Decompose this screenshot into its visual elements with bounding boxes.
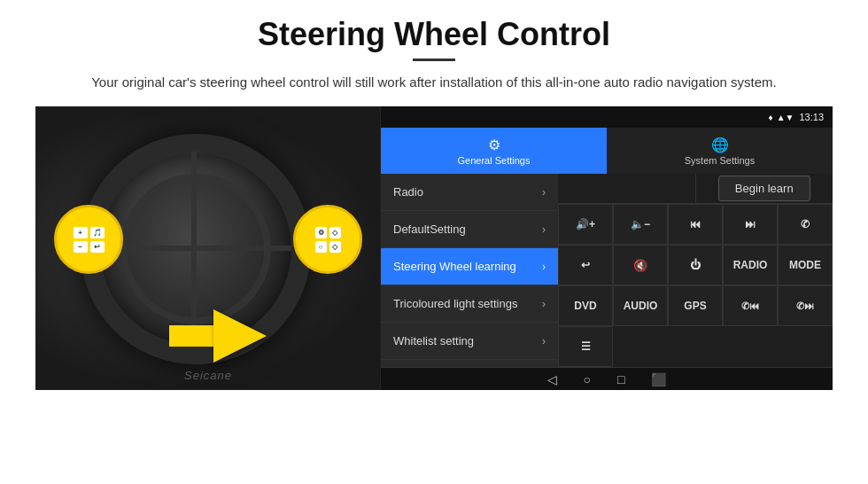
navigation-bar: ◁ ○ □ ⬛ — [381, 367, 833, 390]
head-unit: ♦ ▲▼ 13:13 ⚙ General Settings 🌐 System S… — [381, 106, 833, 390]
top-tabs: ⚙ General Settings 🌐 System Settings — [381, 128, 833, 174]
menu-radio-label: Radio — [393, 185, 423, 199]
tab-general-settings[interactable]: ⚙ General Settings — [381, 128, 607, 174]
vol-down-button[interactable]: 🔈− — [613, 204, 668, 245]
phone-prev-icon: ✆⏮ — [741, 301, 759, 312]
audio-button[interactable]: AUDIO — [613, 285, 668, 326]
phone-icon: ✆ — [801, 218, 810, 230]
mute-icon: 🔇 — [633, 259, 647, 272]
control-buttons-row5: ☰ — [558, 326, 833, 367]
menu-item-tricoloured[interactable]: Tricoloured light settings › — [381, 285, 558, 323]
list-icon: ☰ — [581, 340, 591, 353]
back-nav-button[interactable]: ◁ — [547, 372, 557, 386]
menu-default-label: DefaultSetting — [393, 222, 466, 236]
next-track-icon: ⏭ — [745, 218, 756, 230]
phone-prev-button[interactable]: ✆⏮ — [723, 285, 778, 326]
chevron-right-icon: › — [542, 186, 546, 199]
list-button[interactable]: ☰ — [558, 326, 613, 367]
audio-label: AUDIO — [624, 300, 658, 312]
power-icon: ⏻ — [690, 259, 701, 271]
prev-track-icon: ⏮ — [690, 218, 701, 230]
mute-button[interactable]: 🔇 — [613, 245, 668, 285]
left-menu: Radio › DefaultSetting › Steering Wheel … — [381, 174, 558, 367]
menu-item-whitelist[interactable]: Whitelist setting › — [381, 323, 558, 360]
begin-learn-row: Begin learn — [558, 174, 833, 204]
page-subtitle: Your original car's steering wheel contr… — [71, 72, 797, 92]
next-track-button[interactable]: ⏭ — [723, 204, 778, 245]
radio-label: RADIO — [733, 259, 768, 271]
control-buttons-row3: ↩ 🔇 ⏻ RADIO MODE — [558, 245, 833, 285]
recents-nav-button[interactable]: □ — [617, 372, 624, 386]
right-panel: Begin learn 🔊+ 🔈− ⏮ — [558, 174, 833, 367]
vol-down-icon: 🔈− — [631, 218, 650, 230]
call-end-button[interactable]: ↩ — [558, 245, 613, 285]
control-buttons-row2: 🔊+ 🔈− ⏮ ⏭ ✆ — [558, 204, 833, 245]
signal-icon: ▲▼ — [777, 113, 794, 122]
chevron-right-icon: › — [542, 261, 546, 273]
menu-whitelist-label: Whitelist setting — [393, 334, 474, 347]
begin-learn-right-area: Begin learn — [696, 174, 833, 203]
right-button-cluster: ⚙◇ ○◇ — [293, 205, 362, 274]
home-nav-button[interactable]: ○ — [584, 372, 591, 386]
tab-system-label: System Settings — [685, 155, 755, 166]
status-bar: ♦ ▲▼ 13:13 — [381, 106, 833, 128]
location-icon: ♦ — [769, 113, 773, 122]
gps-button[interactable]: GPS — [668, 285, 723, 326]
menu-tricoloured-label: Tricoloured light settings — [393, 297, 517, 310]
gps-label: GPS — [684, 300, 706, 312]
system-settings-icon: 🌐 — [711, 137, 729, 153]
phone-button[interactable]: ✆ — [778, 204, 833, 245]
menu-steering-label: Steering Wheel learning — [393, 260, 516, 273]
status-time: 13:13 — [799, 112, 824, 122]
general-settings-icon: ⚙ — [488, 137, 500, 153]
screenshot-nav-button[interactable]: ⬛ — [651, 372, 666, 386]
title-divider — [413, 59, 455, 61]
watermark: Seicane — [184, 369, 232, 382]
status-icons: ♦ ▲▼ — [769, 113, 794, 122]
phone-next-button[interactable]: ✆⏭ — [778, 285, 833, 326]
control-buttons-row4: DVD AUDIO GPS ✆⏮ ✆⏭ — [558, 285, 833, 326]
chevron-right-icon: › — [542, 298, 546, 310]
prev-track-button[interactable]: ⏮ — [668, 204, 723, 245]
chevron-right-icon: › — [542, 335, 546, 347]
menu-item-default[interactable]: DefaultSetting › — [381, 211, 558, 248]
chevron-right-icon: › — [542, 223, 546, 236]
page-title: Steering Wheel Control — [35, 16, 833, 53]
dvd-button[interactable]: DVD — [558, 285, 613, 326]
mode-button[interactable]: MODE — [778, 245, 833, 285]
vol-up-button[interactable]: 🔊+ — [558, 204, 613, 245]
tab-system-settings[interactable]: 🌐 System Settings — [607, 128, 833, 174]
call-end-icon: ↩ — [581, 259, 590, 271]
menu-item-steering[interactable]: Steering Wheel learning › — [381, 248, 558, 285]
radio-button[interactable]: RADIO — [723, 245, 778, 285]
content-area: Radio › DefaultSetting › Steering Wheel … — [381, 174, 833, 367]
vol-up-icon: 🔊+ — [576, 218, 595, 230]
tab-general-label: General Settings — [458, 155, 531, 166]
power-button[interactable]: ⏻ — [668, 245, 723, 285]
phone-next-icon: ✆⏭ — [796, 301, 814, 312]
mode-label: MODE — [789, 259, 821, 271]
dvd-label: DVD — [574, 300, 596, 312]
steering-wheel-image: +🎵 −↩ ⚙◇ ○◇ Seicane — [35, 106, 381, 390]
menu-item-radio[interactable]: Radio › — [381, 174, 558, 211]
begin-learn-button[interactable]: Begin learn — [718, 176, 810, 201]
main-content: +🎵 −↩ ⚙◇ ○◇ Seicane — [35, 106, 833, 390]
left-button-cluster: +🎵 −↩ — [54, 205, 123, 274]
begin-learn-left-area — [558, 174, 696, 203]
arrow-indicator — [169, 309, 275, 363]
